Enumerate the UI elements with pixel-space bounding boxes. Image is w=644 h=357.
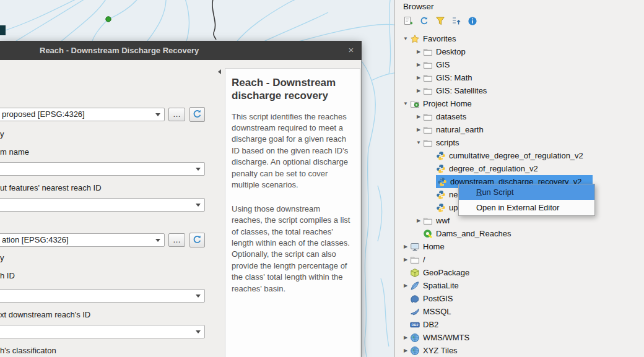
expand-right-icon[interactable]: ▶: [401, 348, 410, 353]
tree-item-root[interactable]: ▶/: [395, 253, 644, 266]
tree-item-label: cumultative_degree_of_regulation_v2: [449, 151, 583, 160]
qgis-window: Reach - Downstream Discharge Recovery × …: [0, 0, 644, 357]
tree-item-mssql[interactable]: MSSQL: [395, 305, 644, 318]
field-combo-6[interactable]: [0, 325, 205, 338]
menu-item-open-in-external-editor[interactable]: Open in External Editor: [459, 200, 594, 215]
expand-right-icon[interactable]: ▶: [414, 127, 423, 132]
tree-item-degree-of-regulation-v2[interactable]: degree_of_regulation_v2: [395, 162, 644, 175]
expand-right-icon[interactable]: ▶: [401, 257, 410, 262]
field-combo-2[interactable]: [0, 162, 205, 176]
expand-right-icon[interactable]: ▶: [401, 283, 410, 288]
folder-icon: [423, 73, 433, 83]
filter-icon[interactable]: [434, 15, 446, 27]
folder-icon: [423, 86, 433, 96]
spatialite-icon: [410, 281, 420, 291]
tree-item-label: GIS: [436, 60, 450, 69]
extent-combo-value: ation [EPSG:4326]: [2, 234, 152, 246]
extent-combo[interactable]: ation [EPSG:4326]: [0, 233, 165, 247]
panel-collapse-arrow[interactable]: [218, 69, 221, 74]
field-combo-3[interactable]: [0, 198, 205, 212]
add-layer-icon[interactable]: [402, 15, 414, 27]
home-icon: [410, 242, 420, 252]
tree-item-gis[interactable]: ▶GIS: [395, 58, 644, 71]
tree-item-dams-and-reaches[interactable]: Dams_and_Reaches: [395, 227, 644, 240]
tree-item-label: GIS: Satellites: [436, 86, 487, 95]
tree-item-gis-satellites[interactable]: ▶GIS: Satellites: [395, 84, 644, 97]
tree-item-label: Dams_and_Reaches: [436, 229, 511, 238]
tree-item-label: MSSQL: [423, 307, 451, 316]
expand-right-icon[interactable]: ▶: [414, 114, 423, 119]
help-title: Reach - Downstream discharge recovery: [232, 76, 337, 103]
parameters-form: proposed [EPSG:4326] … y m name ut featu…: [0, 60, 220, 357]
expand-down-icon[interactable]: ▼: [401, 101, 410, 106]
folder-icon: [423, 60, 433, 70]
refresh-icon: [192, 234, 202, 245]
tree-item-spatialite[interactable]: ▶SpatiaLite: [395, 279, 644, 292]
map-edge-feature: [0, 25, 6, 35]
dialog-titlebar[interactable]: Reach - Downstream Discharge Recovery ×: [0, 41, 362, 60]
expand-right-icon[interactable]: ▶: [401, 244, 410, 249]
tree-item-geopackage[interactable]: GeoPackage: [395, 266, 644, 279]
browser-panel: Browser ▼Favorites▶Desktop▶GIS▶GIS: Math…: [394, 0, 644, 357]
tree-item-gis-math[interactable]: ▶GIS: Math: [395, 71, 644, 84]
chevron-down-icon: [155, 239, 160, 242]
folder-icon: [423, 138, 433, 148]
close-icon[interactable]: ×: [344, 41, 358, 59]
qgis-icon: [423, 229, 433, 239]
tree-item-db2[interactable]: DB2DB2: [395, 318, 644, 331]
tree-item-favorites[interactable]: ▼Favorites: [395, 32, 644, 45]
collapse-all-icon[interactable]: [450, 15, 463, 27]
station-marker: [106, 17, 111, 22]
browser-panel-title: Browser: [403, 2, 434, 11]
info-icon[interactable]: [466, 15, 479, 27]
globe-icon: [410, 333, 420, 343]
expand-down-icon[interactable]: ▼: [414, 140, 423, 145]
expand-down-icon[interactable]: ▼: [401, 36, 410, 41]
db2-icon: DB2: [410, 320, 420, 330]
tree-item-cumultative-degree-of-regulation-v2[interactable]: cumultative_degree_of_regulation_v2: [395, 149, 644, 162]
layer-combo[interactable]: proposed [EPSG:4326]: [0, 108, 165, 121]
tree-item-label: up: [449, 203, 458, 212]
tree-item-xyz-tiles[interactable]: ▶XYZ Tiles: [395, 344, 644, 357]
tree-item-wwf[interactable]: ▶wwf: [395, 214, 644, 227]
expand-right-icon[interactable]: ▶: [401, 335, 410, 340]
tree-item-label: datasets: [436, 112, 466, 121]
tree-item-label: /: [423, 255, 425, 264]
expand-right-icon[interactable]: ▶: [414, 88, 423, 93]
refresh-layer-button[interactable]: [189, 107, 205, 122]
tree-item-natural-earth[interactable]: ▶natural_earth: [395, 123, 644, 136]
refresh-extent-button[interactable]: [189, 233, 205, 247]
tree-item-project-home[interactable]: ▼Project Home: [395, 97, 644, 110]
tree-item-postgis[interactable]: PostGIS: [395, 292, 644, 305]
python-icon: [436, 164, 446, 174]
browser-toolbar: [402, 15, 479, 27]
tree-item-label: SpatiaLite: [423, 281, 459, 290]
tree-item-label: WMS/WMTS: [423, 333, 469, 342]
expand-right-icon[interactable]: ▶: [414, 49, 423, 54]
tree-item-label: Project Home: [423, 99, 472, 108]
chevron-down-icon: [196, 330, 201, 333]
tree-item-desktop[interactable]: ▶Desktop: [395, 45, 644, 58]
chevron-down-icon: [196, 204, 201, 207]
geopackage-icon: [410, 268, 420, 278]
expand-right-icon[interactable]: ▶: [414, 218, 423, 223]
python-icon: [436, 151, 446, 161]
python-icon: [436, 203, 446, 213]
context-menu: Run ScriptOpen in External Editor: [458, 184, 595, 216]
expand-right-icon[interactable]: ▶: [414, 62, 423, 67]
menu-item-run-script[interactable]: Run Script: [459, 184, 594, 200]
refresh-icon[interactable]: [418, 15, 430, 27]
field-combo-5[interactable]: [0, 289, 205, 303]
tree-item-home[interactable]: ▶Home: [395, 240, 644, 253]
tree-item-scripts[interactable]: ▼scripts: [395, 136, 644, 149]
browse-button-2[interactable]: …: [168, 233, 185, 247]
expand-right-icon[interactable]: ▶: [414, 75, 423, 80]
browse-button[interactable]: …: [168, 108, 185, 121]
tree-item-datasets[interactable]: ▶datasets: [395, 110, 644, 123]
tree-item-label: wwf: [436, 216, 450, 225]
folder-icon: [423, 216, 433, 226]
tree-item-label: Desktop: [436, 47, 466, 56]
tree-item-wms-wmts[interactable]: ▶WMS/WMTS: [395, 331, 644, 344]
folder-icon: [423, 47, 433, 57]
folder-icon: [423, 112, 433, 122]
